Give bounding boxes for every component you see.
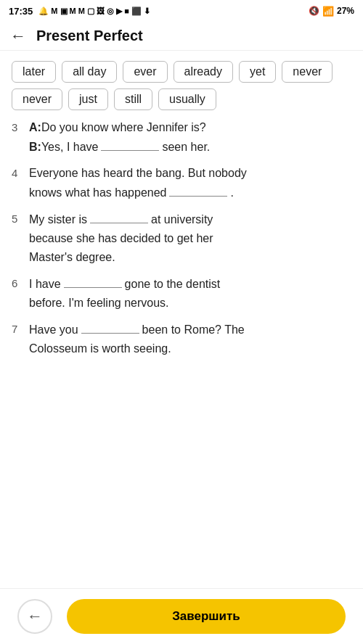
exercise-line: My sister is at university	[29, 210, 351, 228]
exercise-line: Colosseum is worth seeing.	[29, 340, 351, 358]
dialogue-text: Do you know where Jennifer is?	[41, 119, 206, 136]
dialogue-speaker: B:	[29, 139, 41, 156]
battery-text: 27%	[337, 6, 354, 16]
bottom-bar: ← Завершить	[0, 588, 363, 644]
exercise-line: Everyone has heard the bang. But nobody	[29, 165, 351, 182]
dialogue-suffix: seen her.	[162, 139, 210, 156]
exercise-text: Colosseum is worth seeing.	[29, 340, 171, 358]
exercise-item: 5My sister is at universitybecause she h…	[12, 210, 351, 268]
exercise-line: Have you been to Rome? The	[29, 321, 351, 339]
exercise-item: 7Have you been to Rome? TheColosseum is …	[12, 321, 351, 359]
dialogue-speaker: A:	[29, 119, 41, 136]
exercise-number: 3	[12, 119, 29, 157]
wifi-icon: 📶	[322, 6, 334, 17]
word-chips-container: laterall dayeveralreadyyetneverneverjust…	[0, 51, 363, 113]
back-button[interactable]: ←	[10, 28, 26, 44]
word-chip[interactable]: still	[114, 88, 152, 110]
text-prefix: I have	[29, 276, 61, 293]
word-chip[interactable]: usually	[158, 88, 216, 110]
word-chip[interactable]: never	[282, 61, 333, 83]
exercise-line: before. I'm feeling nervous.	[29, 294, 351, 312]
exercise-content: Everyone has heard the bang. But nobodyk…	[29, 165, 351, 203]
exercise-content: Have you been to Rome? TheColosseum is w…	[29, 321, 351, 359]
exercise-line: Master's degree.	[29, 249, 351, 266]
exercise-content: A: Do you know where Jennifer is?B: Yes,…	[29, 119, 351, 157]
word-chip[interactable]: already	[174, 61, 233, 83]
text-suffix: gone to the dentist	[125, 276, 221, 293]
exercise-line: knows what has happened .	[29, 183, 351, 202]
status-time: 17:35 🔔 M ▣ M M ▢ 🖼 ◎ ▶ ■ ⬛ ⬇	[9, 6, 150, 17]
text-prefix: knows what has happened	[29, 184, 166, 202]
answer-blank[interactable]	[169, 183, 227, 197]
exercise-item: 3A: Do you know where Jennifer is?B: Yes…	[12, 119, 351, 157]
mute-icon: 🔇	[309, 6, 319, 16]
status-indicators: 🔇 📶 27%	[309, 6, 354, 17]
word-chip[interactable]: ever	[123, 61, 167, 83]
text-suffix: at university	[151, 211, 213, 228]
text-suffix: been to Rome? The	[142, 321, 245, 339]
exercise-text: before. I'm feeling nervous.	[29, 294, 169, 312]
page-title: Present Perfect	[36, 28, 143, 44]
answer-blank[interactable]	[101, 138, 159, 151]
exercise-line: I have gone to the dentist	[29, 275, 351, 293]
text-prefix: Have you	[29, 321, 78, 339]
word-chip[interactable]: yet	[239, 61, 276, 83]
exercise-number: 7	[12, 321, 29, 359]
status-bar: 17:35 🔔 M ▣ M M ▢ 🖼 ◎ ▶ ■ ⬛ ⬇ 🔇 📶 27%	[0, 0, 363, 22]
answer-blank[interactable]	[81, 321, 139, 334]
time: 17:35	[9, 6, 33, 17]
exercise-line: because she has decided to get her	[29, 230, 351, 247]
word-chip[interactable]: just	[68, 88, 108, 110]
bottom-back-button[interactable]: ←	[17, 599, 52, 634]
header: ← Present Perfect	[0, 22, 363, 51]
exercise-number: 5	[12, 210, 29, 268]
exercises-container: 3A: Do you know where Jennifer is?B: Yes…	[0, 113, 363, 453]
exercise-content: My sister is at universitybecause she ha…	[29, 210, 351, 268]
exercise-text: Master's degree.	[29, 249, 115, 266]
exercise-line: B: Yes, I have seen her.	[29, 138, 351, 156]
exercise-number: 4	[12, 165, 29, 203]
text-prefix: My sister is	[29, 211, 87, 228]
exercise-line: A: Do you know where Jennifer is?	[29, 119, 351, 136]
dialogue-prefix: Yes, I have	[41, 139, 99, 156]
word-chip[interactable]: never	[12, 88, 62, 110]
word-chip[interactable]: later	[12, 61, 56, 83]
answer-blank[interactable]	[64, 275, 122, 288]
word-chip[interactable]: all day	[62, 61, 117, 83]
exercise-text: because she has decided to get her	[29, 230, 213, 247]
exercise-content: I have gone to the dentistbefore. I'm fe…	[29, 275, 351, 313]
exercise-item: 6I have gone to the dentistbefore. I'm f…	[12, 275, 351, 313]
exercise-item: 4Everyone has heard the bang. But nobody…	[12, 165, 351, 203]
text-suffix: .	[230, 184, 233, 202]
answer-blank[interactable]	[90, 210, 148, 223]
exercise-number: 6	[12, 275, 29, 313]
notification-icons: 🔔 M ▣ M M ▢ 🖼 ◎ ▶ ■ ⬛ ⬇	[38, 7, 150, 16]
complete-button[interactable]: Завершить	[67, 599, 346, 634]
exercise-text: Everyone has heard the bang. But nobody	[29, 165, 247, 182]
